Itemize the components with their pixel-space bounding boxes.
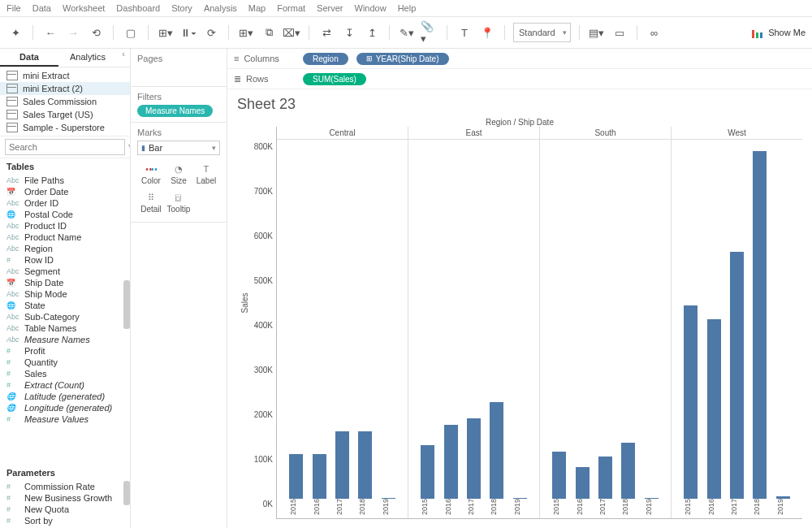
field-item[interactable]: AbcRegion	[0, 243, 130, 254]
collapse-pane-button[interactable]: ‹	[117, 49, 130, 67]
tab-data[interactable]: Data	[0, 49, 58, 67]
back-button[interactable]: ←	[41, 24, 59, 41]
datasource-item[interactable]: Sample - Superstore	[0, 121, 130, 134]
field-item[interactable]: AbcMeasure Names	[0, 334, 130, 345]
bar[interactable]	[730, 252, 744, 499]
tableau-logo-icon[interactable]: ✦	[6, 24, 24, 41]
pill-region[interactable]: Region	[303, 53, 348, 65]
parameter-item[interactable]: #Commission Rate	[0, 481, 130, 492]
field-item[interactable]: 🌐Longitude (generated)	[0, 402, 130, 413]
menu-story[interactable]: Story	[171, 3, 192, 13]
bar[interactable]	[552, 452, 566, 499]
field-item[interactable]: #Measure Values	[0, 413, 130, 425]
field-item[interactable]: 📅Ship Date	[0, 277, 130, 288]
field-item[interactable]: #Row ID	[0, 254, 130, 266]
filters-shelf[interactable]: Filters Measure Names	[131, 87, 227, 123]
field-item[interactable]: 🌐State	[0, 300, 130, 311]
datasource-item[interactable]: mini Extract	[0, 69, 130, 82]
menu-help[interactable]: Help	[398, 3, 417, 13]
datasource-item[interactable]: mini Extract (2)	[0, 82, 130, 95]
field-item[interactable]: 🌐Postal Code	[0, 209, 130, 220]
mark-tooltip[interactable]: ⌼Tooltip	[165, 188, 192, 217]
field-item[interactable]: 🌐Latitude (generated)	[0, 391, 130, 402]
bar[interactable]	[467, 418, 481, 499]
parameter-item[interactable]: #New Business Growth	[0, 492, 130, 504]
clear-button[interactable]: ⌧▾	[283, 24, 300, 41]
bar[interactable]	[490, 402, 503, 499]
show-me-button[interactable]: Show Me	[752, 27, 806, 38]
show-cards-button[interactable]: ▤▾	[588, 24, 606, 41]
menu-window[interactable]: Window	[355, 3, 387, 13]
menu-map[interactable]: Map	[248, 3, 266, 13]
menu-format[interactable]: Format	[277, 3, 305, 13]
presentation-button[interactable]: ▭	[611, 24, 628, 41]
bar[interactable]	[358, 431, 372, 499]
search-input[interactable]	[5, 139, 125, 155]
datasource-item[interactable]: Sales Target (US)	[0, 108, 130, 121]
field-item[interactable]: AbcProduct ID	[0, 220, 130, 232]
field-item[interactable]: AbcSub-Category	[0, 311, 130, 322]
mark-detail[interactable]: ⠿Detail	[137, 188, 165, 217]
swap-button[interactable]: ⇄	[317, 24, 335, 41]
new-sheet-button[interactable]: ⊞▾	[237, 24, 255, 41]
menu-server[interactable]: Server	[317, 3, 343, 13]
undo-button[interactable]: ⟲	[87, 24, 105, 41]
bar[interactable]	[335, 431, 349, 499]
menu-worksheet[interactable]: Worksheet	[63, 3, 105, 13]
menu-data[interactable]: Data	[32, 3, 51, 13]
fit-selector[interactable]: Standard	[513, 23, 571, 42]
highlight-button[interactable]: ✎▾	[398, 24, 416, 41]
parameter-item[interactable]: #New Quota	[0, 504, 130, 515]
field-item[interactable]: AbcShip Mode	[0, 288, 130, 300]
share-button[interactable]: ∞	[646, 24, 663, 41]
bar[interactable]	[621, 443, 635, 499]
save-button[interactable]: ▢	[122, 24, 140, 41]
mark-label[interactable]: TLabel	[192, 160, 220, 188]
forward-button[interactable]: →	[64, 24, 82, 41]
field-item[interactable]: AbcProduct Name	[0, 232, 130, 243]
bar[interactable]	[313, 454, 326, 499]
scrollbar[interactable]	[123, 481, 130, 528]
bar[interactable]	[444, 425, 458, 499]
new-datasource-button[interactable]: ⊞▾	[157, 24, 175, 41]
bar[interactable]	[289, 454, 303, 499]
sort-asc-button[interactable]: ↧	[340, 24, 358, 41]
sort-desc-button[interactable]: ↥	[363, 24, 381, 41]
pause-updates-button[interactable]: ⏸▾	[179, 24, 197, 41]
bar[interactable]	[421, 445, 434, 499]
bar[interactable]	[753, 151, 767, 499]
plot-area[interactable]: Central20152016201720182019East201520162…	[276, 127, 802, 519]
pin-button[interactable]: 📍	[478, 24, 496, 41]
parameter-item[interactable]: #Sort by	[0, 515, 130, 526]
field-item[interactable]: #Quantity	[0, 357, 130, 368]
field-item[interactable]: AbcSegment	[0, 266, 130, 277]
sheet-title[interactable]: Sheet 23	[227, 89, 812, 116]
mark-color[interactable]: Color	[137, 160, 165, 188]
scrollbar[interactable]	[123, 175, 130, 465]
field-item[interactable]: AbcOrder ID	[0, 197, 130, 209]
menu-file[interactable]: File	[6, 3, 21, 13]
columns-shelf[interactable]: ≡Columns Region ⊞YEAR(Ship Date)	[227, 49, 812, 69]
field-item[interactable]: #Sales	[0, 368, 130, 379]
mark-type-selector[interactable]: ▮Bar	[137, 141, 220, 155]
bar[interactable]	[684, 305, 698, 499]
rows-shelf[interactable]: ≣Rows SUM(Sales)	[227, 69, 812, 89]
pages-shelf[interactable]: Pages	[131, 49, 227, 87]
field-item[interactable]: AbcTable Names	[0, 322, 130, 334]
tab-analytics[interactable]: Analytics	[58, 49, 117, 67]
bar[interactable]	[707, 319, 721, 499]
mark-size[interactable]: ◔Size	[165, 160, 192, 188]
filter-pill-measure-names[interactable]: Measure Names	[137, 105, 213, 117]
bar[interactable]	[598, 457, 612, 499]
field-item[interactable]: AbcFile Paths	[0, 175, 130, 186]
bar[interactable]	[576, 467, 590, 499]
refresh-button[interactable]: ⟳	[202, 24, 220, 41]
menu-analysis[interactable]: Analysis	[204, 3, 237, 13]
labels-button[interactable]: T	[456, 24, 473, 41]
field-item[interactable]: 📅Order Date	[0, 186, 130, 197]
pill-sum-sales[interactable]: SUM(Sales)	[303, 73, 366, 85]
group-button[interactable]: 📎▾	[421, 24, 438, 41]
menu-dashboard[interactable]: Dashboard	[116, 3, 160, 13]
field-item[interactable]: #Extract (Count)	[0, 379, 130, 391]
duplicate-button[interactable]: ⧉	[260, 24, 278, 41]
